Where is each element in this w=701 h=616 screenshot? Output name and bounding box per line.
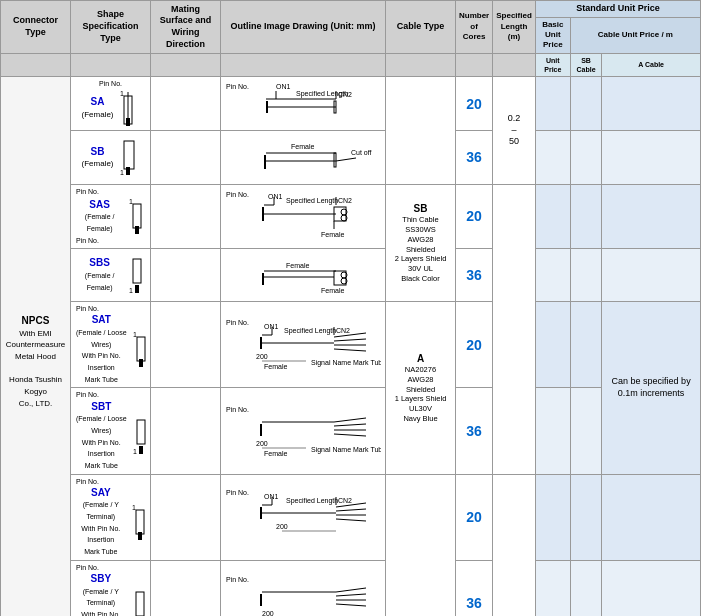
header-empty6 [456,53,493,76]
svg-rect-27 [135,226,139,234]
svg-text:1: 1 [120,169,124,176]
sa-drawing: 1 [118,88,140,128]
svg-rect-105 [136,592,144,616]
cores-sas: 20 [456,184,493,248]
svg-text:200: 200 [256,440,268,447]
svg-text:Pin No.: Pin No. [226,83,249,90]
connector-type-cell: NPCS With EMI Countermeasure Metal Hood … [1,77,71,616]
table-row: Pin No. SAS (Female / Female) 1 Pin No. [1,184,701,248]
svg-text:Pin No.: Pin No. [226,191,249,198]
header-outline: Outline Image Drawing (Unit: mm) [221,1,386,54]
cable-name-a: A [389,352,452,365]
svg-text:1: 1 [120,90,124,97]
connector-sub2: Metal Hood [15,352,56,361]
svg-text:1: 1 [132,504,136,511]
price-sb-sa [570,77,601,131]
mating-sas [151,184,221,248]
svg-rect-74 [139,446,143,454]
sby-outline: Pin No. 200 Female Signal Name Mark Tube… [226,572,381,616]
shape-sat: Pin No. SAT (Female / Loose Wires)With P… [71,302,151,388]
can-be-specified: Can be specified by 0.1m increments [602,302,701,474]
price-a-sa [602,77,701,131]
sb-drawing: 1 [118,137,140,177]
svg-text:CN2: CN2 [338,91,352,98]
svg-text:Pin No.: Pin No. [226,576,249,583]
sb-outline: Female Cut off [226,133,381,178]
price-sb-say [570,474,601,560]
cable-name-sb: SB [389,202,452,215]
sbs-outline: Female Female [226,251,381,296]
svg-text:CN2: CN2 [336,327,350,334]
price-sb-sas [570,184,601,248]
svg-rect-21 [334,153,336,167]
svg-text:200: 200 [276,523,288,530]
outline-sas: Pin No. ON1 Specified Length CN2 Female [221,184,386,248]
svg-rect-16 [126,167,130,175]
cores-sa: 20 [456,77,493,131]
svg-rect-47 [262,273,264,285]
svg-line-66 [334,339,366,341]
svg-line-102 [336,519,366,521]
svg-line-23 [336,158,356,161]
mating-sbs [151,248,221,302]
svg-text:Signal Name Mark Tube: Signal Name Mark Tube [311,446,381,454]
price-a-sb [602,131,701,185]
header-unit-price: Unit Price [535,53,570,76]
svg-text:Female: Female [321,287,344,294]
outline-sby: Pin No. 200 Female Signal Name Mark Tube… [221,560,386,616]
svg-text:Pin No.: Pin No. [226,406,249,413]
outline-sat: Pin No. ON1 Specified Length CN2 200 Fem [221,302,386,388]
shape-say: Pin No. SAY (Female / Y Terminal)With Pi… [71,474,151,560]
svg-line-110 [336,588,366,592]
table-row: Pin No. SAY (Female / Y Terminal)With Pi… [1,474,701,560]
price-basic-sbs [535,248,570,302]
svg-line-113 [336,604,366,606]
sby-drawing: 1 [130,588,147,616]
header-empty3 [151,53,221,76]
svg-text:200: 200 [256,353,268,360]
table-row: Pin No. SBY (Female / Y Terminal)With Pi… [1,560,701,616]
say-outline: Pin No. ON1 Specified Length CN2 200 [226,485,381,545]
sat-drawing: 1 [131,329,147,369]
svg-text:Cut off: Cut off [351,149,372,156]
mating-say [151,474,221,560]
svg-rect-89 [138,532,142,540]
sbs-drawing: 1 [127,255,147,295]
svg-text:Specified Length: Specified Length [286,197,338,205]
connector-table: Connector Type Shape Specification Type … [0,0,701,616]
header-empty2 [71,53,151,76]
price-basic-sa [535,77,570,131]
svg-text:Specified Length: Specified Length [284,327,336,335]
shape-sbt: Pin No. SBT (Female / Loose Wires)With P… [71,388,151,474]
svg-text:Pin No.: Pin No. [226,489,249,496]
svg-rect-43 [135,285,139,293]
price-a-sas [602,184,701,248]
cable-type-sb [386,77,456,185]
header-cable-type: Cable Type [386,1,456,54]
connector-sub4: Co., LTD. [19,399,53,408]
svg-line-81 [334,434,366,436]
cores-sbs: 36 [456,248,493,302]
header-empty4 [221,53,386,76]
cores-sb: 36 [456,131,493,185]
price-basic-sas [535,184,570,248]
svg-rect-73 [137,420,145,444]
svg-text:ON1: ON1 [268,193,283,200]
svg-rect-55 [139,359,143,367]
svg-text:1: 1 [133,331,137,338]
header-basic: BasicUnit Price [535,17,570,53]
price-a-say [602,474,701,560]
svg-text:Female: Female [264,363,287,370]
shape-sby: Pin No. SBY (Female / Y Terminal)With Pi… [71,560,151,616]
svg-rect-114 [260,594,262,606]
svg-rect-54 [137,337,145,361]
cable-type-sat: A NA20276AWG28Shielded1 Layers ShieldUL3… [386,302,456,474]
header-connector-type: Connector Type [1,1,71,54]
mating-sb [151,131,221,185]
svg-text:CN2: CN2 [338,197,352,204]
svg-rect-20 [264,155,266,169]
svg-rect-42 [133,259,141,283]
svg-rect-88 [136,510,144,534]
sbt-drawing: 1 [131,416,147,456]
spec-length-3 [493,474,536,616]
